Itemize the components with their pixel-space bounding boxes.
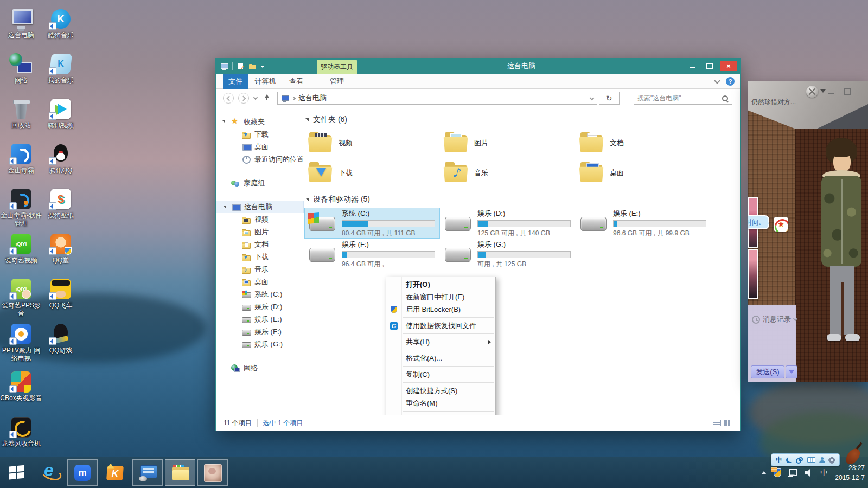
desktop-icon-tencent-qq[interactable]: 腾讯QQ — [40, 143, 82, 175]
tab-计算机[interactable]: 计算机 — [250, 74, 280, 89]
taskbar-button-control-panel[interactable] — [132, 459, 163, 486]
message-history-row[interactable]: 消息记录 — [752, 314, 797, 324]
search-input[interactable] — [637, 94, 722, 102]
desktop-icon-pptv[interactable]: PPTV聚力 网络电视 — [0, 323, 42, 363]
desktop-icon-qq-tang[interactable]: QQ堂 — [40, 233, 82, 265]
desktop-icon-kingsoft-antivirus[interactable]: 金山毒霸 — [0, 143, 42, 175]
folder-tile-图片[interactable]: 图片 — [440, 128, 576, 158]
sidebar-item-桌面[interactable]: 桌面 — [216, 140, 304, 153]
menu-item-重命名(M)[interactable]: 重命名(M) — [386, 397, 495, 409]
menu-item-格式化(A)...[interactable]: 格式化(A)... — [386, 352, 495, 364]
close-button[interactable]: × — [720, 61, 737, 71]
sidebar-item-最近访问的位置[interactable]: 最近访问的位置 — [216, 153, 304, 165]
folder-tile-视频[interactable]: 视频 — [304, 128, 440, 158]
menu-item-共享(H)[interactable]: 共享(H) — [386, 336, 495, 348]
sidebar-item-桌面[interactable]: 桌面 — [216, 275, 304, 288]
sidebar-item-这台电脑[interactable]: 这台电脑 — [216, 201, 304, 213]
title-bar[interactable]: 驱动器工具 这台电脑 × — [216, 59, 740, 74]
menu-item-启用 BitLocker(B)[interactable]: 启用 BitLocker(B) — [386, 303, 495, 316]
sidebar-item-系统 (C:)[interactable]: 系统 (C:) — [216, 288, 304, 300]
message-history-label[interactable]: 消息记录 — [763, 314, 791, 324]
group-header[interactable]: 设备和驱动器 (5) — [305, 195, 735, 204]
sidebar-item-音乐[interactable]: ♪音乐 — [216, 263, 304, 275]
sidebar-item-收藏夹[interactable]: 收藏夹 — [216, 115, 304, 128]
help-icon[interactable]: ? — [726, 77, 735, 86]
customize-chevron-icon[interactable] — [260, 66, 265, 68]
group-collapse-triangle-icon[interactable] — [305, 198, 309, 201]
details-view-icon[interactable] — [713, 420, 721, 426]
maximize-icon[interactable] — [843, 88, 851, 94]
breadcrumb[interactable]: 这台电脑 — [298, 93, 327, 103]
soft-keyboard-icon[interactable] — [807, 457, 815, 463]
maximize-button[interactable] — [703, 61, 717, 71]
back-button[interactable] — [223, 93, 234, 104]
sidebar-item-图片[interactable]: 图片 — [216, 226, 304, 238]
menu-item-属性(R)[interactable]: 属性(R) — [386, 413, 495, 415]
desktop-icon-this-pc[interactable]: 这台电脑 — [0, 8, 42, 40]
drive-tile-娱乐 (F:)[interactable]: 娱乐 (F:)96.4 GB 可用 , — [304, 239, 440, 269]
taskbar-button-start[interactable] — [2, 459, 33, 486]
tab-文件[interactable]: 文件 — [223, 74, 248, 89]
volume-icon[interactable] — [805, 469, 813, 477]
forward-button[interactable] — [238, 93, 249, 104]
desktop-icon-kingsoft-manager[interactable]: 金山毒霸-软件管理 — [0, 188, 42, 228]
drive-tile-娱乐 (E:)[interactable]: 娱乐 (E:)96.6 GB 可用 , 共 99.9 GB — [576, 208, 711, 239]
taskbar-button-maxthon-browser[interactable]: m — [67, 459, 98, 486]
photo-thumbnail[interactable] — [748, 249, 758, 299]
network-icon[interactable] — [788, 469, 797, 477]
new-folder-icon[interactable] — [248, 63, 257, 70]
sidebar-item-视频[interactable]: 视频 — [216, 213, 304, 226]
group-header[interactable]: 文件夹 (6) — [305, 115, 735, 125]
settings-gear-icon[interactable] — [829, 457, 835, 463]
folder-tile-下载[interactable]: 下载 — [304, 158, 440, 188]
sidebar-item-娱乐 (D:)[interactable]: 娱乐 (D:) — [216, 300, 304, 313]
sogou-icon[interactable] — [796, 457, 803, 463]
expand-triangle-icon[interactable] — [223, 206, 226, 208]
sidebar-item-下载[interactable]: 下载 — [216, 128, 304, 140]
taskbar-button-internet-explorer[interactable] — [35, 459, 65, 486]
menu-item-使用数据恢复找回文件[interactable]: G使用数据恢复找回文件 — [386, 319, 495, 332]
tab-管理[interactable]: 管理 — [317, 74, 357, 89]
up-button[interactable] — [264, 94, 270, 101]
address-bar[interactable]: 这台电脑 — [277, 92, 597, 105]
search-box[interactable] — [634, 92, 732, 105]
folder-tile-文档[interactable]: 文档 — [576, 128, 711, 158]
thumbnails-view-icon[interactable] — [724, 420, 732, 426]
drive-tile-娱乐 (D:)[interactable]: 娱乐 (D:)125 GB 可用 , 共 140 GB — [440, 208, 576, 239]
minimize-icon[interactable] — [828, 88, 835, 94]
properties-icon[interactable] — [237, 63, 245, 70]
tab-查看[interactable]: 查看 — [283, 74, 310, 89]
folder-tile-桌面[interactable]: 桌面 — [576, 158, 711, 188]
desktop-icon-tencent-video[interactable]: 腾讯视频 — [40, 98, 82, 130]
recent-locations-chevron[interactable] — [253, 95, 258, 100]
desktop-icon-network[interactable]: 网络 — [0, 53, 42, 85]
sidebar-item-家庭组[interactable]: 家庭组 — [216, 177, 304, 189]
send-options-dropdown[interactable] — [786, 365, 797, 378]
menu-item-打开(O)[interactable]: 打开(O) — [386, 278, 495, 291]
minimize-button[interactable] — [685, 61, 699, 71]
sidebar-item-网络[interactable]: 网络 — [216, 362, 304, 374]
drive-tools-contextual-tab[interactable]: 驱动器工具 — [317, 60, 357, 74]
desktop-icon-my-music[interactable]: K我的音乐 — [40, 53, 82, 85]
send-button[interactable]: 发送(S) — [751, 365, 784, 378]
refresh-button[interactable]: ↻ — [599, 92, 620, 105]
desktop-icon-qq-speed[interactable]: QQ飞车 — [40, 278, 82, 310]
hidden-icons-chevron[interactable] — [761, 471, 767, 474]
desktop-icon-recycle-bin[interactable]: 回收站 — [0, 98, 42, 130]
menu-item-复制(C)[interactable]: 复制(C) — [386, 368, 495, 381]
menu-item-在新窗口中打开(E)[interactable]: 在新窗口中打开(E) — [386, 291, 495, 303]
expand-triangle-icon[interactable] — [222, 120, 225, 123]
folder-tile-音乐[interactable]: ♪音乐 — [440, 158, 576, 188]
user-icon[interactable] — [819, 457, 825, 463]
desktop-icon-qq-games[interactable]: QQ游戏 — [40, 323, 82, 355]
sidebar-item-娱乐 (F:)[interactable]: 娱乐 (F:) — [216, 325, 304, 338]
desktop-icon-cbox[interactable]: CBox央视影音 — [0, 371, 42, 402]
sidebar-item-文档[interactable]: 文档 — [216, 238, 304, 251]
desktop-icon-kugou-music[interactable]: K酷狗音乐 — [40, 8, 82, 40]
security-shield-icon[interactable] — [774, 468, 781, 477]
taskbar-button-kugou-player[interactable]: K — [100, 459, 130, 486]
taskbar-button-file-explorer[interactable] — [165, 459, 195, 486]
desktop-icon-sogou-wallpaper[interactable]: S搜狗壁纸 — [40, 188, 82, 220]
address-dropdown-chevron[interactable] — [590, 96, 594, 100]
drive-tile-系统 (C:)[interactable]: 系统 (C:)80.4 GB 可用 , 共 111 GB — [304, 208, 440, 239]
